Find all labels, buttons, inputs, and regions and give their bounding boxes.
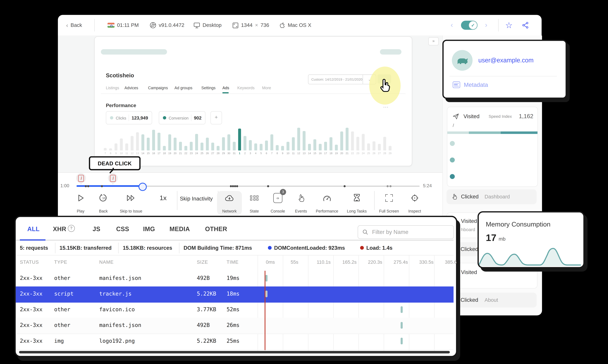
visited-event-card[interactable]: Visited Speed Index 1,162 /	[447, 107, 538, 187]
inspect-button[interactable]: Inspect	[402, 191, 427, 215]
panel-events-button[interactable]: Events	[289, 191, 313, 215]
tab-keywords[interactable]: Keywords	[237, 86, 255, 90]
chart-bar	[222, 137, 225, 151]
play-icon	[77, 193, 84, 203]
chart-bar-slot: 20	[339, 124, 344, 155]
play-button[interactable]: Play	[68, 191, 93, 215]
cell-name: manifest.json	[99, 322, 141, 328]
network-row[interactable]: 2xx-3xx other manifest.json 492B 26ms	[16, 318, 453, 334]
chart-bar	[362, 134, 365, 151]
playback-speed-button[interactable]: 1x	[159, 194, 167, 202]
col-status[interactable]: STATUS	[20, 260, 39, 265]
chart-bar	[206, 138, 209, 150]
section-more-button[interactable]: ...	[383, 103, 389, 109]
network-tab-other[interactable]: OTHER	[205, 225, 227, 232]
skip-inactivity-button[interactable]: Skip Inactivity	[180, 195, 213, 202]
skip-to-issue-label: Skip to Issue	[120, 209, 142, 213]
col-time[interactable]: TIME	[227, 260, 239, 265]
back-10s-button[interactable]: 10 Back	[91, 191, 116, 215]
tab-ad-groups[interactable]: Ad groups	[174, 86, 192, 90]
state-grid-icon	[250, 193, 259, 203]
timeline-playhead[interactable]	[139, 183, 147, 191]
memory-consumption-card: Memory Consumption 17 mb	[478, 211, 585, 268]
help-icon[interactable]: ?	[68, 225, 75, 232]
cell-size: 5.22KB	[197, 338, 216, 344]
chart-bar-slot: 14	[307, 124, 312, 155]
prev-session-button[interactable]: ‹	[451, 15, 453, 36]
horizontal-scrollbar[interactable]	[19, 351, 450, 353]
chart-bar-slot: 11	[124, 124, 129, 155]
add-metric-button[interactable]: +	[210, 111, 222, 125]
chart-bar-slot: 7	[103, 124, 108, 155]
share-button[interactable]	[522, 15, 529, 36]
bookmark-button[interactable]: ☆	[505, 15, 513, 36]
active-tab-underline	[20, 239, 45, 241]
col-type[interactable]: TYPE	[54, 260, 67, 265]
tab-advices[interactable]: Advices	[124, 86, 138, 90]
date-range-button[interactable]: Custom: 14/12/2019 - 21/01/2020 ⌄	[308, 74, 376, 84]
cell-size: 492B	[197, 322, 210, 328]
chart-bar-label: 3	[250, 152, 251, 155]
chart-bar-label: 13	[136, 152, 139, 155]
network-row[interactable]: 2xx-3xx other manifest.json 492B 19ms	[16, 271, 453, 287]
chart-bar-slot: 25	[199, 124, 205, 155]
stat-resources: 15.18KB: resources	[123, 245, 172, 251]
collapse-sidebar-button[interactable]: »	[428, 37, 439, 45]
chart-bar-slot: 22	[183, 124, 188, 155]
autoplay-toggle[interactable]: ✓	[461, 15, 478, 36]
tab-campaigns[interactable]: Campaigns	[148, 86, 168, 90]
next-session-button[interactable]: ›	[485, 15, 487, 36]
chart-bar-slot: 30	[226, 124, 232, 155]
event-clicked-dashboard[interactable]: Clicked Dashboard	[447, 189, 537, 204]
issue-marker[interactable]: i	[76, 173, 86, 183]
metadata-button[interactable]: Metadata	[453, 81, 488, 88]
cell-type: other	[54, 322, 70, 328]
panel-long-tasks-button[interactable]: Long Tasks	[344, 191, 369, 215]
chart-bar-label: 29	[389, 152, 391, 155]
panel-performance-button[interactable]: Performance	[315, 191, 339, 215]
panel-state-button[interactable]: State	[242, 191, 267, 215]
chrome-icon	[150, 22, 156, 28]
network-tab-all[interactable]: ALL	[27, 225, 39, 232]
skip-to-issue-button[interactable]: Skip to Issue	[118, 191, 144, 215]
metric-clicks[interactable]: Clicks 123,949	[106, 111, 152, 125]
issue-marker-dead-click[interactable]: i	[108, 173, 118, 183]
toggle-switch: ✓	[461, 21, 478, 30]
network-row[interactable]: 2xx-3xx other favicon.ico 3.77KB 52ms	[16, 302, 453, 318]
tab-listings[interactable]: Listings	[106, 86, 119, 90]
timecol: 0ms	[266, 260, 275, 265]
network-tab-js[interactable]: JS	[93, 225, 101, 232]
replay-10-icon: 10	[99, 193, 108, 203]
panel-console-button[interactable]: ‹› Console	[265, 191, 290, 215]
chart-bar-label: 26	[206, 152, 209, 155]
play-label: Play	[77, 209, 85, 213]
chart-bar	[211, 143, 214, 151]
network-tab-img[interactable]: IMG	[143, 225, 155, 232]
panel-network-button[interactable]: Network	[217, 191, 242, 215]
tab-more[interactable]: More	[262, 86, 271, 90]
col-name[interactable]: NAME	[99, 260, 114, 265]
chevron-right-icon: ›	[485, 21, 487, 29]
user-email[interactable]: user@example.com	[478, 57, 534, 64]
network-tab-media[interactable]: MEDIA	[169, 225, 190, 232]
tab-ads[interactable]: Ads	[222, 86, 229, 90]
chart-bar-slot: 13	[301, 124, 307, 155]
filter-input[interactable]	[371, 229, 443, 236]
stat-dom-building-time: DOM Building Time: 871ms	[184, 245, 252, 251]
network-row[interactable]: 2xx-3xx img logo192.png 5.22KB 25ms	[16, 334, 453, 350]
event-clicked-about[interactable]: Clicked About	[447, 293, 537, 308]
network-tab-xhr[interactable]: XHR	[53, 225, 66, 232]
network-tab-css[interactable]: CSS	[116, 225, 129, 232]
event-kind: Visited	[461, 218, 477, 224]
network-row-selected[interactable]: 2xx-3xx script tracker.js 5.22KB 18ms	[16, 286, 453, 303]
back-button[interactable]: ‹ Back	[66, 15, 82, 36]
click-hand-icon	[297, 193, 305, 203]
col-size[interactable]: SIZE	[197, 260, 208, 265]
metric-conversion[interactable]: Conversion 902	[159, 111, 206, 125]
avatar	[452, 50, 473, 71]
more-options-button[interactable]: ...	[377, 74, 391, 84]
tab-settings[interactable]: Settings	[201, 86, 216, 90]
timecol: 385.6	[445, 260, 457, 265]
active-tab-underline	[222, 92, 229, 93]
fullscreen-button[interactable]: Full Screen	[376, 191, 401, 215]
